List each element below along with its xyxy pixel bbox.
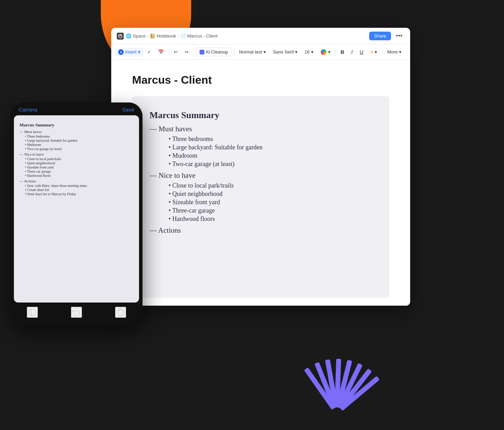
phone-delete-tool[interactable] [115,307,126,318]
toolbar-divider-3 [234,49,234,56]
italic-icon: I [351,49,353,55]
insert-chevron-icon: ▾ [138,49,140,55]
font-label: Sans Serif [273,49,294,55]
desktop-window: 🌐 Space › 📔 Notebook › 📄 Marcus - Client… [111,28,410,306]
phone-save-button[interactable]: Save [122,107,134,113]
text-style-label: Normal text [239,49,262,55]
insert-label: Insert [125,49,137,55]
phone-item-6: • Quiet neighborhood [25,161,133,165]
phone-rotate-tool[interactable] [71,307,82,318]
note-item-8: • Three-car garage [169,207,372,214]
handwritten-content: Marcus Summary — Must haves • Three bedr… [149,110,372,235]
color-picker-button[interactable]: ▾ [318,48,333,57]
underline-button[interactable]: U [357,48,366,56]
note-section-2: — Nice to have [149,171,372,180]
title-bar-right: Share ••• [369,32,405,40]
note-section-3: — Actions [149,226,372,235]
phone-item-11: • Create short list [25,188,133,192]
mobile-phone: Camera Save Marcus Summary — Must haves … [10,102,143,325]
ai-cleanup-button[interactable]: AI Cleanup [196,48,232,56]
font-color-chevron: ▾ [375,49,377,55]
more-options-button[interactable]: ••• [394,32,405,40]
phone-section-2: — Nice to have [19,152,133,156]
calendar-button[interactable]: 📅 [155,48,166,56]
breadcrumb-sep1: › [147,34,148,39]
note-main-title: Marcus Summary [149,110,372,121]
note-item-7: • Sizeable front yard [169,199,372,206]
breadcrumb: 🌐 Space › 📔 Notebook › 📄 Marcus - Client [126,33,218,39]
phone-item-3: • Mudroom [25,143,133,147]
plus-circle-icon: + [118,49,124,55]
phone-handwritten: Marcus Summary — Must haves • Three bedr… [19,122,133,196]
note-item-3: • Mudroom [169,152,372,159]
phone-status-bar: Camera Save [10,102,143,115]
phone-camera-label[interactable]: Camera [19,107,37,113]
phone-section-1: — Must haves [19,130,133,134]
font-dropdown[interactable]: Sans Serif ▾ [270,48,300,56]
blue-rays-decoration [294,354,381,413]
italic-button[interactable]: I [349,48,356,56]
note-item-1: • Three bedrooms [169,135,372,143]
toolbar-divider-5 [382,49,382,56]
breadcrumb-notebook-icon: 📔 [150,33,155,39]
font-size-dropdown[interactable]: 16 ▾ [302,48,316,56]
note-image: Marcus Summary — Must haves • Three bedr… [132,96,389,298]
redo-button[interactable]: ↪ [182,48,191,56]
breadcrumb-space[interactable]: Space [133,33,146,39]
check-button[interactable]: ✓ [145,48,154,56]
toolbar-divider-4 [335,49,336,56]
text-style-chevron: ▾ [263,49,266,55]
toolbar-divider-2 [193,49,194,56]
breadcrumb-page[interactable]: Marcus - Client [187,33,218,39]
breadcrumb-notebook[interactable]: Notebook [157,33,176,39]
redo-icon: ↪ [185,49,188,55]
content-area[interactable]: Marcus - Client Marcus Summary — Must ha… [111,60,410,306]
font-color-button[interactable]: A ▾ [368,48,380,56]
calendar-icon: 📅 [158,49,164,55]
toolbar-divider-1 [169,49,169,56]
phone-item-4: • Two-car garage (at least) [25,147,133,151]
title-bar-left: 🌐 Space › 📔 Notebook › 📄 Marcus - Client [117,33,369,40]
phone-item-7: • Sizeable front yard [25,165,133,169]
phone-item-5: • Close to local park/trails [25,157,133,161]
more-label: More [387,49,398,55]
share-button[interactable]: Share [369,32,391,40]
more-button[interactable]: More ▾ [384,48,404,56]
note-item-5: • Close to local park/trails [169,182,372,189]
svg-rect-9 [29,309,35,315]
breadcrumb-page-icon: 📄 [180,33,186,39]
breadcrumb-space-icon: 🌐 [126,33,131,39]
phone-note-preview: Marcus Summary — Must haves • Three bedr… [14,115,139,303]
breadcrumb-sep2: › [178,34,179,39]
app-icon [117,33,124,40]
title-bar: 🌐 Space › 📔 Notebook › 📄 Marcus - Client… [111,28,410,44]
insert-button[interactable]: + Insert ▾ [115,48,143,56]
note-item-2: • Large backyard: Suitable for garden [169,144,372,151]
undo-button[interactable]: ↩ [171,48,180,56]
note-item-6: • Quiet neighborhood [169,190,372,198]
phone-item-12: • Send short list to Marcus by Friday [25,192,133,196]
phone-item-2: • Large backyard: Suitable for garden [25,139,133,142]
phone-camera-area: Marcus Summary — Must haves • Three bedr… [14,115,139,303]
note-item-4: • Two-car garage (at least) [169,160,372,168]
color-chevron: ▾ [328,49,331,55]
document-title: Marcus - Client [132,74,389,86]
more-chevron: ▾ [399,49,401,55]
phone-section-3: — Actions [19,179,133,183]
phone-item-8: • Three-car garage [25,169,133,173]
phone-item-1: • Three bedrooms [25,134,133,138]
phone-toolbar [10,303,143,325]
note-section-1: — Must haves [149,125,372,133]
underline-icon: U [360,49,364,55]
phone-item-9: • Hardwood floors [25,174,133,177]
ai-cleanup-label: AI Cleanup [206,49,228,55]
check-icon: ✓ [147,49,151,55]
text-style-dropdown[interactable]: Normal text ▾ [236,48,269,56]
font-color-icon: A [371,49,374,55]
phone-share-tool[interactable] [27,307,38,318]
undo-icon: ↩ [174,49,178,55]
bold-button[interactable]: B [338,48,347,56]
font-size-chevron: ▾ [311,49,314,55]
color-circle-icon [320,49,327,55]
phone-item-10: • Sync with Riley: share these meeting n… [25,184,133,188]
